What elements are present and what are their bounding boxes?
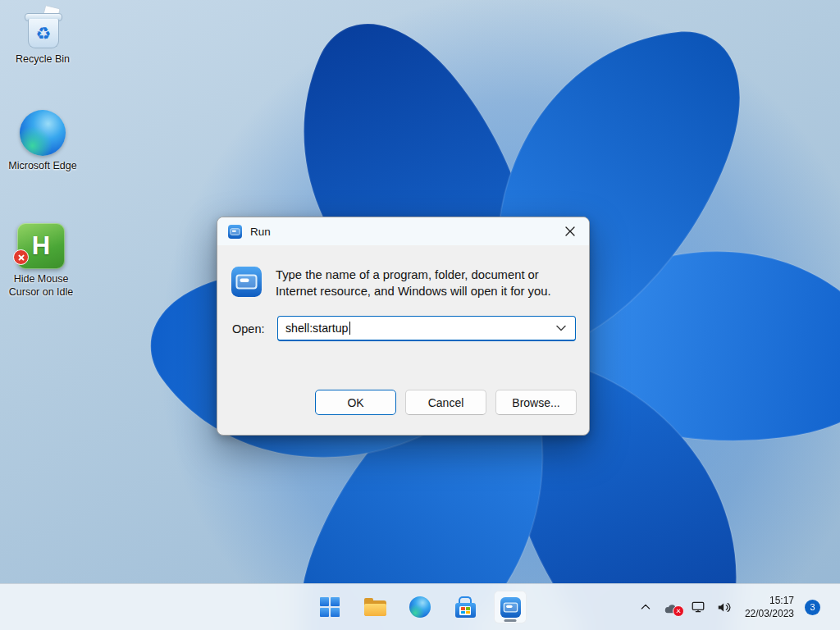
notification-badge[interactable]: 3 <box>805 600 820 615</box>
hide-mouse-letter: H <box>32 231 50 261</box>
desktop-icon-microsoft-edge[interactable]: Microsoft Edge <box>5 110 80 173</box>
recycle-symbol-icon: ♻ <box>36 25 52 42</box>
run-icon <box>228 225 242 239</box>
taskbar-center-group <box>313 591 527 623</box>
taskbar-run-active[interactable] <box>494 591 527 623</box>
taskbar: 15:17 22/03/2023 3 <box>0 583 840 630</box>
browse-button[interactable]: Browse... <box>495 390 577 415</box>
tray-time: 15:17 <box>745 594 794 607</box>
error-badge-icon <box>13 249 29 265</box>
dialog-description: Type the name of a program, folder, docu… <box>276 267 576 299</box>
system-tray: 15:17 22/03/2023 3 <box>634 584 820 630</box>
tray-overflow-button[interactable] <box>634 591 657 623</box>
open-combobox[interactable]: shell:startup <box>277 316 576 341</box>
windows-logo-icon <box>320 597 340 617</box>
text-caret <box>349 322 350 335</box>
edge-icon <box>409 596 431 618</box>
onedrive-error-badge <box>673 605 684 617</box>
desktop-icon-label: Hide Mouse Cursor on Idle <box>3 273 79 299</box>
network-icon <box>691 600 705 614</box>
tray-date: 22/03/2023 <box>745 607 794 620</box>
taskbar-microsoft-store[interactable] <box>449 591 482 623</box>
run-dialog-icon <box>231 267 262 297</box>
combo-dropdown-button[interactable] <box>550 317 572 340</box>
running-indicator <box>504 619 517 622</box>
desktop-icon-label: Recycle Bin <box>16 53 70 66</box>
run-dialog: Run Type the name of a program, folder, … <box>217 217 590 436</box>
onedrive-tray-button[interactable] <box>660 591 683 623</box>
tray-clock[interactable]: 15:17 22/03/2023 <box>739 594 800 620</box>
volume-tray-button[interactable] <box>713 591 736 623</box>
dialog-title: Run <box>250 226 271 238</box>
bin-body: ♻ <box>28 19 59 48</box>
file-explorer-icon <box>364 598 386 617</box>
run-dialog-titlebar[interactable]: Run <box>217 217 589 245</box>
cancel-button[interactable]: Cancel <box>405 390 486 415</box>
dialog-body: Type the name of a program, folder, docu… <box>217 245 589 435</box>
microsoft-store-icon <box>455 596 476 618</box>
network-tray-button[interactable] <box>687 591 710 623</box>
desktop-icon-label: Microsoft Edge <box>8 160 76 173</box>
hide-mouse-icon: H <box>17 223 65 269</box>
close-icon <box>565 226 575 236</box>
start-button[interactable] <box>313 591 346 623</box>
volume-icon <box>716 600 732 615</box>
desktop-icon-hide-mouse-cursor[interactable]: H Hide Mouse Cursor on Idle <box>3 223 79 299</box>
taskbar-file-explorer[interactable] <box>358 591 391 623</box>
close-button[interactable] <box>551 217 589 245</box>
chevron-up-icon <box>639 600 652 614</box>
run-icon <box>500 597 521 618</box>
open-input-value: shell:startup <box>285 322 349 335</box>
taskbar-edge[interactable] <box>404 591 436 623</box>
ok-button[interactable]: OK <box>315 390 396 415</box>
edge-icon <box>20 110 66 156</box>
desktop-icon-recycle-bin[interactable]: ♻ Recycle Bin <box>5 7 80 66</box>
chevron-down-icon <box>556 325 566 331</box>
recycle-bin-icon: ♻ <box>22 7 63 49</box>
open-label: Open: <box>232 322 277 336</box>
